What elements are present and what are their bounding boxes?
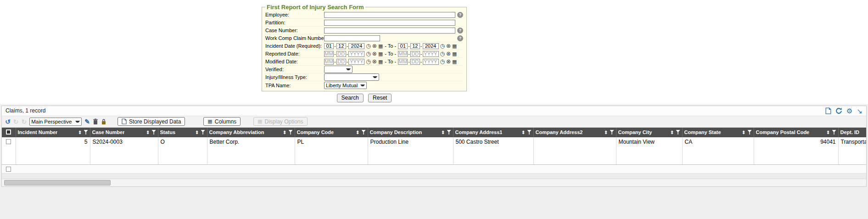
store-displayed-data-button[interactable]: Store Displayed Data — [118, 117, 185, 126]
clear-date-icon[interactable]: ⊗ — [372, 43, 377, 49]
sort-icon[interactable]: ⇕ — [604, 130, 608, 135]
column-header-company-abbreviation[interactable]: Company Abbreviation⇕ — [207, 128, 295, 137]
refresh-icon[interactable] — [835, 107, 842, 114]
clock-icon[interactable]: ◷ — [366, 43, 370, 49]
incident-from-year-input[interactable] — [348, 43, 364, 49]
injury-type-select[interactable] — [324, 73, 379, 81]
tpa-name-select[interactable]: Liberty Mutual — [324, 82, 367, 89]
modified-to-month-input[interactable] — [398, 59, 408, 65]
case-number-input[interactable] — [324, 28, 455, 34]
new-document-icon[interactable] — [825, 107, 831, 114]
verified-select[interactable] — [324, 66, 353, 73]
perspective-select[interactable]: Main Perspective — [29, 118, 82, 126]
column-header-status[interactable]: Status⇕ — [158, 128, 207, 137]
reported-to-year-input[interactable] — [423, 51, 439, 57]
sort-icon[interactable]: ⇕ — [146, 130, 150, 135]
table-row[interactable]: 5 S2024-0003 O Better Corp. PL Productio… — [2, 137, 866, 165]
filter-icon[interactable] — [676, 130, 680, 135]
sort-icon[interactable]: ⇕ — [441, 130, 445, 135]
incident-from-day-input[interactable] — [336, 43, 346, 49]
sort-icon[interactable]: ⇕ — [742, 130, 745, 135]
row-checkbox[interactable] — [6, 139, 11, 144]
calendar-icon[interactable]: ▦ — [452, 51, 457, 56]
sort-icon[interactable]: ⇕ — [521, 130, 525, 135]
help-icon[interactable]: ? — [457, 28, 463, 34]
calendar-icon[interactable]: ▦ — [378, 51, 383, 56]
calendar-icon[interactable]: ▦ — [452, 43, 457, 49]
help-icon[interactable]: ? — [457, 35, 463, 41]
column-header-company-description[interactable]: Company Description⇕ — [368, 128, 453, 137]
employee-input[interactable] — [324, 12, 455, 18]
clock-icon[interactable]: ◷ — [366, 51, 370, 56]
column-header-company-address1[interactable]: Company Address1⇕ — [453, 128, 533, 137]
sort-icon[interactable]: ⇕ — [78, 130, 82, 135]
clock-icon[interactable]: ◷ — [440, 51, 445, 56]
undo-icon[interactable]: ↺ — [5, 118, 11, 125]
incident-from-month-input[interactable] — [324, 43, 334, 49]
filter-icon[interactable] — [201, 130, 205, 135]
sort-icon[interactable]: ⇕ — [826, 130, 830, 135]
edit-pencil-icon[interactable]: ✎ — [84, 118, 90, 125]
column-header-incident-number[interactable]: Incident Number⇕ — [16, 128, 90, 137]
partition-input[interactable] — [324, 20, 455, 26]
incident-to-day-input[interactable] — [410, 43, 420, 49]
clear-date-icon[interactable]: ⊗ — [372, 59, 377, 64]
column-header-case-number[interactable]: Case Number⇕ — [90, 128, 158, 137]
modified-from-day-input[interactable] — [336, 59, 346, 65]
column-header-company-city[interactable]: Company City⇕ — [616, 128, 682, 137]
reported-to-month-input[interactable] — [398, 51, 408, 57]
filter-icon[interactable] — [748, 130, 752, 135]
clear-date-icon[interactable]: ⊗ — [372, 51, 377, 56]
reported-from-month-input[interactable] — [324, 51, 334, 57]
filter-icon[interactable] — [289, 130, 293, 135]
footer-checkbox[interactable] — [6, 167, 11, 172]
help-icon[interactable]: ? — [457, 12, 463, 18]
filter-icon[interactable] — [527, 130, 532, 135]
columns-button[interactable]: ▦ Columns — [203, 117, 241, 126]
reported-to-day-input[interactable] — [410, 51, 420, 57]
calendar-icon[interactable]: ▦ — [452, 59, 457, 64]
search-button[interactable]: Search — [337, 94, 364, 102]
trash-icon[interactable] — [93, 118, 98, 125]
calendar-icon[interactable]: ▦ — [378, 59, 383, 64]
filter-icon[interactable] — [610, 130, 614, 135]
reported-from-year-input[interactable] — [348, 51, 364, 57]
lock-icon[interactable] — [101, 118, 106, 125]
sort-icon[interactable]: ⇕ — [356, 130, 359, 135]
column-header-company-state[interactable]: Company State⇕ — [682, 128, 754, 137]
scrollbar-thumb[interactable] — [4, 180, 111, 185]
modified-to-year-input[interactable] — [423, 59, 439, 65]
clock-icon[interactable]: ◷ — [440, 43, 445, 49]
work-comp-input[interactable] — [324, 35, 380, 41]
modified-from-month-input[interactable] — [324, 59, 334, 65]
filter-icon[interactable] — [84, 130, 88, 135]
sort-icon[interactable]: ⇕ — [195, 130, 199, 135]
filter-icon[interactable] — [447, 130, 451, 135]
column-header-company-code[interactable]: Company Code⇕ — [295, 128, 368, 137]
clear-date-icon[interactable]: ⊗ — [446, 43, 451, 49]
filter-icon[interactable] — [152, 130, 156, 135]
sort-icon[interactable]: ⇕ — [283, 130, 286, 135]
column-header-company-postal-code[interactable]: Company Postal Code⇕ — [754, 128, 838, 137]
modified-to-day-input[interactable] — [410, 59, 420, 65]
reported-from-day-input[interactable] — [336, 51, 346, 57]
clear-date-icon[interactable]: ⊗ — [446, 59, 451, 64]
collapse-arrow-icon[interactable]: ↘ — [857, 107, 862, 114]
clock-icon[interactable]: ◷ — [366, 59, 370, 64]
filter-icon[interactable] — [362, 130, 366, 135]
select-all-header[interactable] — [2, 128, 16, 137]
modified-from-year-input[interactable] — [348, 59, 364, 65]
sort-icon[interactable]: ⇕ — [670, 130, 674, 135]
incident-to-year-input[interactable] — [423, 43, 439, 49]
reset-button[interactable]: Reset — [368, 94, 392, 102]
clear-date-icon[interactable]: ⊗ — [446, 51, 451, 56]
column-header-company-address2[interactable]: Company Address2⇕ — [533, 128, 616, 137]
clock-icon[interactable]: ◷ — [440, 59, 445, 64]
column-header-dept-id[interactable]: Dept. ID⇕ — [838, 128, 866, 137]
filter-icon[interactable] — [832, 130, 836, 135]
incident-to-month-input[interactable] — [398, 43, 408, 49]
horizontal-scrollbar[interactable] — [2, 179, 866, 186]
select-all-checkbox[interactable] — [6, 129, 11, 135]
calendar-icon[interactable]: ▦ — [378, 43, 383, 49]
gear-icon[interactable]: ⚙ — [846, 107, 852, 114]
